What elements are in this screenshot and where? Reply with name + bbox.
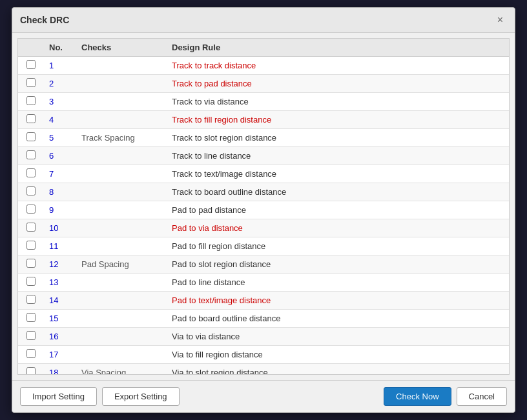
row-category: Pad Spacing [76, 255, 167, 274]
table-scroll[interactable]: No. Checks Design Rule 1Track to track d… [18, 39, 509, 374]
footer-right: Check Now Cancel [384, 387, 507, 406]
row-category [76, 346, 167, 364]
row-number: 6 [44, 147, 76, 165]
dialog-header: Check DRC × [12, 8, 515, 33]
row-design-rule: Track to text/image distance [167, 165, 509, 183]
table-row: 14Pad to text/image distance [18, 292, 509, 310]
row-number: 7 [44, 165, 76, 183]
row-checkbox-cell [18, 183, 44, 201]
col-checks: Checks [76, 39, 167, 57]
row-checkbox[interactable] [26, 186, 36, 195]
row-design-rule: Track to slot region distance [167, 129, 509, 147]
table-row: 4Track to fill region distance [18, 111, 509, 129]
close-button[interactable]: × [493, 13, 507, 27]
row-number: 18 [44, 364, 76, 375]
row-category [76, 183, 167, 201]
row-checkbox[interactable] [26, 223, 36, 232]
row-checkbox-cell [18, 93, 44, 111]
row-category: Track Spacing [76, 129, 167, 147]
row-number: 12 [44, 255, 76, 274]
row-category [76, 219, 167, 237]
row-checkbox[interactable] [26, 241, 36, 250]
row-category [76, 147, 167, 165]
row-design-rule: Track to via distance [167, 93, 509, 111]
row-checkbox-cell [18, 292, 44, 310]
row-checkbox-cell [18, 237, 44, 255]
row-checkbox-cell [18, 346, 44, 364]
row-number: 13 [44, 274, 76, 292]
col-design-rule: Design Rule [167, 39, 509, 57]
row-checkbox[interactable] [26, 150, 36, 159]
col-no: No. [44, 39, 76, 57]
row-checkbox[interactable] [26, 132, 36, 141]
row-category [76, 93, 167, 111]
row-design-rule: Pad to via distance [167, 219, 509, 237]
row-checkbox[interactable] [26, 331, 36, 340]
table-container: No. Checks Design Rule 1Track to track d… [17, 38, 510, 375]
table-row: 8Track to board outline distance [18, 183, 509, 201]
row-checkbox-cell [18, 274, 44, 292]
row-checkbox[interactable] [26, 259, 36, 268]
row-category [76, 57, 167, 75]
row-number: 4 [44, 111, 76, 129]
footer-left: Import Setting Export Setting [20, 387, 180, 406]
row-number: 10 [44, 219, 76, 237]
row-number: 2 [44, 75, 76, 93]
row-category [76, 111, 167, 129]
table-row: 18Via SpacingVia to slot region distance [18, 364, 509, 375]
row-checkbox[interactable] [26, 349, 36, 358]
row-category [76, 328, 167, 346]
table-row: 12Pad SpacingPad to slot region distance [18, 255, 509, 274]
row-category [76, 165, 167, 183]
row-category [76, 274, 167, 292]
row-design-rule: Pad to pad distance [167, 201, 509, 219]
row-category [76, 201, 167, 219]
cancel-button[interactable]: Cancel [457, 387, 507, 406]
row-design-rule: Track to line distance [167, 147, 509, 165]
table-row: 13Pad to line distance [18, 274, 509, 292]
table-row: 11Pad to fill region distance [18, 237, 509, 255]
export-setting-button[interactable]: Export Setting [102, 387, 180, 406]
row-checkbox-cell [18, 364, 44, 375]
row-checkbox[interactable] [26, 60, 36, 69]
row-checkbox-cell [18, 57, 44, 75]
table-row: 7Track to text/image distance [18, 165, 509, 183]
row-number: 3 [44, 93, 76, 111]
table-header-row: No. Checks Design Rule [18, 39, 509, 57]
row-checkbox[interactable] [26, 367, 36, 374]
dialog-title: Check DRC [20, 15, 69, 25]
row-checkbox-cell [18, 219, 44, 237]
row-design-rule: Track to board outline distance [167, 183, 509, 201]
row-category [76, 75, 167, 93]
row-checkbox[interactable] [26, 96, 36, 105]
row-number: 1 [44, 57, 76, 75]
row-design-rule: Pad to text/image distance [167, 292, 509, 310]
row-design-rule: Track to track distance [167, 57, 509, 75]
row-checkbox-cell [18, 328, 44, 346]
row-number: 16 [44, 328, 76, 346]
row-checkbox[interactable] [26, 205, 36, 214]
col-checkbox [18, 39, 44, 57]
row-checkbox-cell [18, 111, 44, 129]
row-checkbox[interactable] [26, 295, 36, 304]
table-row: 1Track to track distance [18, 57, 509, 75]
row-checkbox-cell [18, 310, 44, 328]
table-row: 6Track to line distance [18, 147, 509, 165]
row-checkbox[interactable] [26, 168, 36, 177]
row-checkbox[interactable] [26, 114, 36, 123]
row-checkbox[interactable] [26, 313, 36, 322]
row-checkbox[interactable] [26, 277, 36, 286]
row-design-rule: Pad to line distance [167, 274, 509, 292]
row-checkbox[interactable] [26, 78, 36, 87]
row-category: Via Spacing [76, 364, 167, 375]
table-row: 15Pad to board outline distance [18, 310, 509, 328]
row-design-rule: Pad to fill region distance [167, 237, 509, 255]
drc-table: No. Checks Design Rule 1Track to track d… [18, 39, 509, 374]
row-design-rule: Via to fill region distance [167, 346, 509, 364]
row-checkbox-cell [18, 147, 44, 165]
check-drc-dialog: Check DRC × No. Checks Design Rule 1Trac… [12, 7, 515, 413]
row-number: 8 [44, 183, 76, 201]
check-now-button[interactable]: Check Now [384, 387, 451, 406]
import-setting-button[interactable]: Import Setting [20, 387, 97, 406]
row-checkbox-cell [18, 129, 44, 147]
